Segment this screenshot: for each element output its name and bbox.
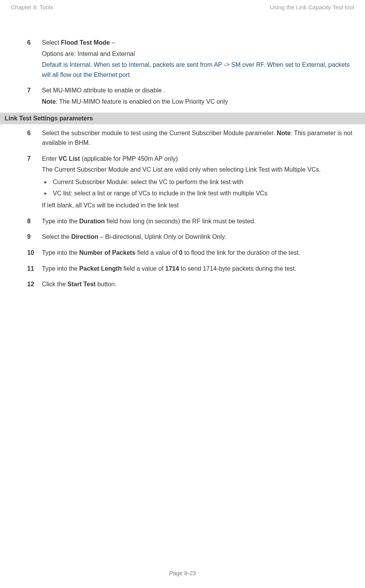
step-text: Type into the Number of Packets field a … <box>42 248 354 258</box>
step-body: Set MU-MIMO attribute to enable or disab… <box>42 85 354 108</box>
step-number: 8 <box>27 216 42 228</box>
step-row: 10Type into the Number of Packets field … <box>27 248 354 259</box>
step-text: Select Flood Test Mode – <box>42 38 354 48</box>
step-body: Select Flood Test Mode – Options are: In… <box>42 38 354 81</box>
step-number: 7 <box>27 85 42 108</box>
step-row: 12Click the Start Test button. <box>27 279 354 291</box>
step-body: Click the Start Test button. <box>42 279 354 291</box>
step-body: Type into the Duration field how long (i… <box>42 216 354 228</box>
section-heading: Link Test Settings parameters <box>0 113 365 124</box>
list-item: VC list: select a list or range of VCs t… <box>50 188 354 198</box>
step-text: Type into the Packet Length field a valu… <box>42 264 354 274</box>
step-row: 6Select Flood Test Mode – Options are: I… <box>27 38 354 81</box>
step-number: 11 <box>27 264 42 275</box>
step-number: 6 <box>27 128 42 149</box>
step-body: Select the Direction – Bi-directional, U… <box>42 232 354 243</box>
step-text: Select the subscriber module to test usi… <box>42 128 354 148</box>
step-text: Type into the Duration field how long (i… <box>42 216 354 226</box>
step-row: 11Type into the Packet Length field a va… <box>27 264 354 275</box>
step-row: 7Set MU-MIMO attribute to enable or disa… <box>27 85 354 108</box>
step-text: Select the Direction – Bi-directional, U… <box>42 232 354 242</box>
step-number: 6 <box>27 38 42 81</box>
step-text: If left blank, all VCs will be included … <box>42 200 354 210</box>
step-number: 12 <box>27 279 42 291</box>
step-body: Select the subscriber module to test usi… <box>42 128 354 149</box>
header-left: Chapter 8: Tools <box>11 4 53 10</box>
list-item: Current Subscriber Module: select the VC… <box>50 177 354 187</box>
step-text: Options are: Internal and External <box>42 49 354 59</box>
step-text: Enter VC List (applicable for PMP 450m A… <box>42 154 354 164</box>
step-number: 7 <box>27 154 42 212</box>
step-text: Note: The MU-MIMO feature is enabled on … <box>42 97 354 107</box>
step-row: 9Select the Direction – Bi-directional, … <box>27 232 354 243</box>
step-number: 10 <box>27 248 42 259</box>
header-right: Using the Link Capacity Test tool <box>270 4 354 10</box>
step-row: 7Enter VC List (applicable for PMP 450m … <box>27 154 354 212</box>
step-row: 6Select the subscriber module to test us… <box>27 128 354 149</box>
step-text: Click the Start Test button. <box>42 279 354 289</box>
step-body: Type into the Number of Packets field a … <box>42 248 354 259</box>
page-footer: Page 8-23 <box>0 570 365 576</box>
step-number: 9 <box>27 232 42 243</box>
step-body: Enter VC List (applicable for PMP 450m A… <box>42 154 354 212</box>
step-body: Type into the Packet Length field a valu… <box>42 264 354 275</box>
page: Chapter 8: Tools Using the Link Capacity… <box>0 0 365 588</box>
bullet-list: Current Subscriber Module: select the VC… <box>50 177 354 198</box>
step-text: Set MU-MIMO attribute to enable or disab… <box>42 85 354 96</box>
note-text: Default is Internal. When set to Interna… <box>42 60 354 80</box>
content-area: 6Select Flood Test Mode – Options are: I… <box>27 38 354 291</box>
page-header: Chapter 8: Tools Using the Link Capacity… <box>11 4 354 10</box>
step-row: 8Type into the Duration field how long (… <box>27 216 354 228</box>
step-text: The Current Subscriber Module and VC Lis… <box>42 165 354 175</box>
